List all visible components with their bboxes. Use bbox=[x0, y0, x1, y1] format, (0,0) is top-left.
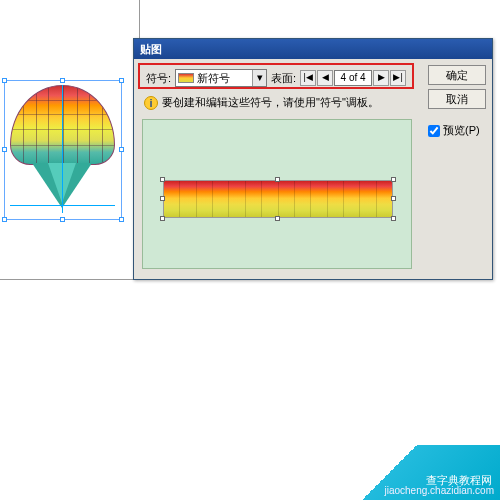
preview-checkbox-row[interactable]: 预览(P) bbox=[428, 123, 486, 138]
strip-handle[interactable] bbox=[391, 216, 396, 221]
symbol-swatch-icon bbox=[178, 73, 194, 83]
strip-handle[interactable] bbox=[391, 177, 396, 182]
artboard bbox=[0, 0, 140, 280]
handle-e[interactable] bbox=[119, 147, 124, 152]
strip-handle[interactable] bbox=[160, 196, 165, 201]
selection-bounds[interactable] bbox=[4, 80, 122, 220]
strip-handle[interactable] bbox=[275, 216, 280, 221]
chevron-down-icon[interactable]: ▾ bbox=[252, 70, 266, 86]
map-art-dialog: 贴图 符号: 新符号 ▾ 表面: |◀ ◀ 4 of 4 ▶ ▶| i 要创建和… bbox=[133, 38, 493, 280]
strip-handle[interactable] bbox=[160, 216, 165, 221]
handle-sw[interactable] bbox=[2, 217, 7, 222]
ok-button[interactable]: 确定 bbox=[428, 65, 486, 85]
strip-handle[interactable] bbox=[275, 177, 280, 182]
symbol-dropdown[interactable]: 新符号 ▾ bbox=[175, 69, 267, 87]
surface-preview[interactable] bbox=[142, 119, 412, 269]
info-text: 要创建和编辑这些符号，请使用"符号"调板。 bbox=[162, 95, 379, 110]
symbol-value: 新符号 bbox=[197, 71, 230, 86]
info-icon: i bbox=[144, 96, 158, 110]
mapped-symbol-strip[interactable] bbox=[163, 180, 393, 218]
dialog-title[interactable]: 贴图 bbox=[134, 39, 492, 59]
handle-se[interactable] bbox=[119, 217, 124, 222]
watermark: 查字典教程网 jiaocheng.chazidian.com bbox=[325, 445, 500, 500]
watermark-url: jiaocheng.chazidian.com bbox=[384, 485, 494, 496]
preview-label: 预览(P) bbox=[443, 123, 480, 138]
handle-ne[interactable] bbox=[119, 78, 124, 83]
handle-s[interactable] bbox=[60, 217, 65, 222]
handle-w[interactable] bbox=[2, 147, 7, 152]
handle-nw[interactable] bbox=[2, 78, 7, 83]
cancel-button[interactable]: 取消 bbox=[428, 89, 486, 109]
strip-handle[interactable] bbox=[160, 177, 165, 182]
strip-handle[interactable] bbox=[391, 196, 396, 201]
preview-checkbox[interactable] bbox=[428, 125, 440, 137]
handle-n[interactable] bbox=[60, 78, 65, 83]
